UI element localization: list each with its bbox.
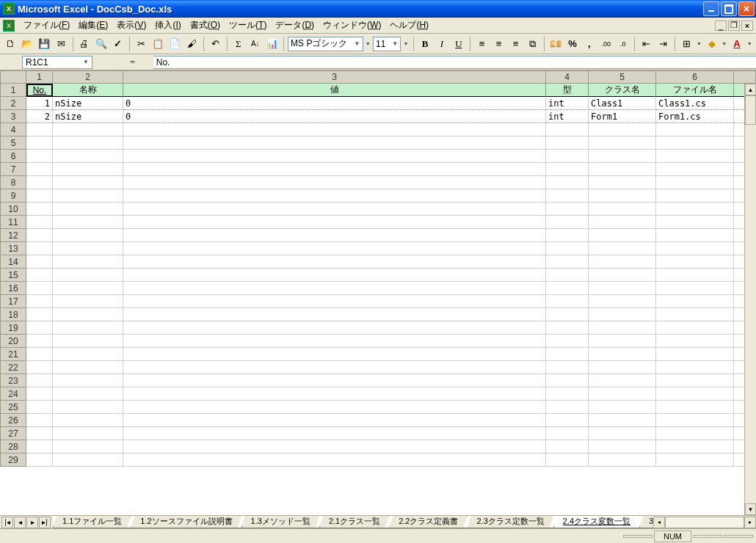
cell[interactable]	[53, 348, 123, 361]
new-file-icon[interactable]: 🗋	[3, 36, 18, 52]
cell[interactable]	[53, 123, 123, 136]
cell[interactable]	[546, 216, 589, 229]
cell[interactable]	[53, 440, 123, 453]
font-name-select[interactable]: MS Pゴシック▼	[288, 37, 363, 51]
decrease-decimal-icon[interactable]: .0	[615, 36, 630, 52]
menu-o[interactable]: 書式(O)	[186, 18, 225, 33]
cell[interactable]	[546, 427, 589, 440]
copy-icon[interactable]: 📋	[150, 36, 166, 52]
cell[interactable]: int	[546, 110, 589, 123]
chart-wizard-icon[interactable]: 📊	[264, 36, 280, 52]
cell[interactable]	[589, 387, 656, 401]
mdi-restore-button[interactable]: ❐	[728, 21, 740, 31]
cell[interactable]	[26, 150, 53, 163]
cell[interactable]	[26, 348, 53, 361]
formula-content[interactable]: No.	[153, 56, 756, 69]
menu-v[interactable]: 表示(V)	[112, 18, 150, 33]
paste-icon[interactable]: 📄	[167, 36, 183, 52]
cell[interactable]: No.	[26, 84, 53, 97]
cell[interactable]	[656, 440, 734, 453]
cell[interactable]	[26, 295, 53, 308]
sheet-nav-prev[interactable]: ◂	[14, 517, 26, 528]
col-header-6[interactable]: 6	[656, 70, 734, 84]
cell[interactable]	[123, 136, 546, 150]
cell[interactable]	[546, 308, 589, 321]
cell[interactable]	[546, 242, 589, 255]
cell[interactable]	[26, 163, 53, 176]
cell[interactable]	[546, 136, 589, 150]
cell[interactable]	[589, 440, 656, 453]
cell[interactable]	[589, 374, 656, 387]
horizontal-scrollbar[interactable]: ◂ ▸	[653, 516, 756, 528]
row-header[interactable]: 28	[0, 440, 26, 453]
cell[interactable]	[656, 374, 734, 387]
cell[interactable]	[123, 189, 546, 203]
bold-icon[interactable]: B	[418, 36, 433, 52]
cell[interactable]	[656, 335, 734, 348]
cell[interactable]	[589, 189, 656, 203]
print-icon[interactable]: 🖨	[77, 36, 92, 52]
cell[interactable]	[589, 150, 656, 163]
cell[interactable]	[123, 387, 546, 401]
cell[interactable]	[123, 255, 546, 269]
cell[interactable]	[656, 123, 734, 136]
row-header[interactable]: 2	[0, 97, 26, 110]
menu-w[interactable]: ウィンドウ(W)	[319, 18, 385, 33]
undo-icon[interactable]: ↶	[208, 36, 223, 52]
cell[interactable]	[589, 176, 656, 189]
cell[interactable]	[546, 401, 589, 414]
cell[interactable]: 名称	[53, 84, 123, 97]
vertical-scrollbar[interactable]: ▲ ▼	[744, 84, 756, 515]
cell[interactable]	[123, 401, 546, 414]
cell[interactable]	[656, 269, 734, 282]
align-left-icon[interactable]: ≡	[474, 36, 490, 52]
sheet-tab[interactable]: 2.3クラス定数一覧	[467, 516, 553, 528]
cell[interactable]	[589, 282, 656, 295]
cell[interactable]	[26, 374, 53, 387]
cell[interactable]: nSize	[53, 110, 123, 123]
cell[interactable]: int	[546, 97, 589, 110]
cell[interactable]	[546, 414, 589, 427]
cell[interactable]	[123, 229, 546, 242]
cell[interactable]: nSize	[53, 97, 123, 110]
cell[interactable]: 1	[26, 97, 53, 110]
cell[interactable]	[53, 414, 123, 427]
font-name-dropdown-icon[interactable]: ▼	[365, 36, 371, 52]
comma-icon[interactable]: ,	[581, 36, 597, 52]
cell[interactable]	[53, 361, 123, 374]
cell[interactable]	[589, 427, 656, 440]
cell[interactable]	[53, 335, 123, 348]
cell[interactable]	[656, 308, 734, 321]
cell[interactable]	[656, 163, 734, 176]
cell[interactable]	[26, 427, 53, 440]
close-button[interactable]	[738, 1, 755, 16]
cell[interactable]	[656, 387, 734, 401]
cell[interactable]	[123, 440, 546, 453]
cell[interactable]	[589, 401, 656, 414]
col-header-1[interactable]: 1	[26, 70, 53, 84]
cell[interactable]	[656, 255, 734, 269]
align-center-icon[interactable]: ≡	[491, 36, 506, 52]
cell[interactable]	[123, 335, 546, 348]
row-header[interactable]: 12	[0, 229, 26, 242]
col-header-3[interactable]: 3	[123, 70, 546, 84]
spellcheck-icon[interactable]: ✓	[110, 36, 126, 52]
row-header[interactable]: 1	[0, 84, 26, 97]
row-header[interactable]: 18	[0, 308, 26, 321]
sort-asc-icon[interactable]: A↓	[247, 36, 263, 52]
cell[interactable]	[53, 269, 123, 282]
minimize-button[interactable]	[703, 1, 719, 16]
cell[interactable]	[53, 321, 123, 335]
cell[interactable]	[546, 203, 589, 216]
menu-i[interactable]: 挿入(I)	[150, 18, 185, 33]
cell[interactable]	[656, 216, 734, 229]
row-header[interactable]: 14	[0, 255, 26, 269]
cell[interactable]	[123, 269, 546, 282]
cell[interactable]	[589, 321, 656, 335]
cell[interactable]	[26, 203, 53, 216]
cell[interactable]	[656, 295, 734, 308]
row-header[interactable]: 25	[0, 401, 26, 414]
open-file-icon[interactable]: 📂	[20, 36, 35, 52]
cell[interactable]	[656, 150, 734, 163]
sheet-tab[interactable]: 2.2クラス定義書	[389, 516, 468, 528]
